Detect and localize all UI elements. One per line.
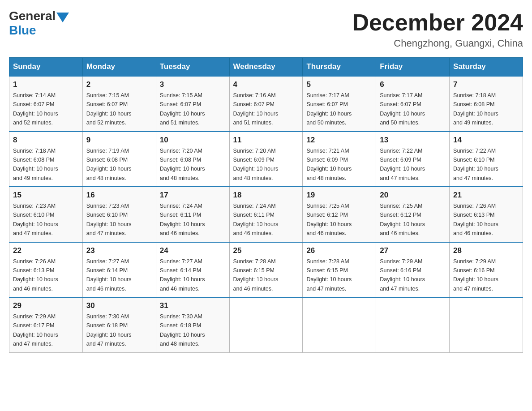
day-cell: 8 Sunrise: 7:18 AMSunset: 6:08 PMDayligh… [9,132,83,187]
day-cell: 12 Sunrise: 7:21 AMSunset: 6:09 PMDaylig… [303,132,376,187]
day-info: Sunrise: 7:23 AMSunset: 6:10 PMDaylight:… [86,203,132,236]
day-number: 27 [380,246,446,255]
week-row-5: 29 Sunrise: 7:29 AMSunset: 6:17 PMDaylig… [9,297,523,352]
day-info: Sunrise: 7:29 AMSunset: 6:17 PMDaylight:… [13,313,58,347]
day-cell: 7 Sunrise: 7:18 AMSunset: 6:08 PMDayligh… [450,76,523,132]
header-row: SundayMondayTuesdayWednesdayThursdayFrid… [9,58,523,77]
header-cell-thursday: Thursday [303,58,376,77]
day-info: Sunrise: 7:20 AMSunset: 6:08 PMDaylight:… [160,148,205,181]
day-number: 15 [13,191,79,200]
day-info: Sunrise: 7:28 AMSunset: 6:15 PMDaylight:… [306,258,352,292]
day-info: Sunrise: 7:22 AMSunset: 6:09 PMDaylight:… [380,148,425,181]
day-number: 3 [160,80,226,89]
day-info: Sunrise: 7:28 AMSunset: 6:15 PMDaylight:… [233,258,279,292]
location-title: Chengzhong, Guangxi, China [352,38,523,49]
day-number: 11 [233,136,299,145]
day-cell: 27 Sunrise: 7:29 AMSunset: 6:16 PMDaylig… [376,242,450,298]
day-info: Sunrise: 7:17 AMSunset: 6:07 PMDaylight:… [306,92,352,126]
day-cell: 22 Sunrise: 7:26 AMSunset: 6:13 PMDaylig… [9,242,83,298]
day-cell: 19 Sunrise: 7:25 AMSunset: 6:12 PMDaylig… [303,187,376,242]
day-number: 8 [13,136,79,145]
day-info: Sunrise: 7:30 AMSunset: 6:18 PMDaylight:… [160,313,205,347]
day-cell: 20 Sunrise: 7:25 AMSunset: 6:12 PMDaylig… [376,187,450,242]
day-number: 17 [160,191,226,200]
day-info: Sunrise: 7:24 AMSunset: 6:11 PMDaylight:… [233,203,279,236]
day-cell: 10 Sunrise: 7:20 AMSunset: 6:08 PMDaylig… [156,132,229,187]
day-info: Sunrise: 7:16 AMSunset: 6:07 PMDaylight:… [233,92,279,126]
day-info: Sunrise: 7:17 AMSunset: 6:07 PMDaylight:… [380,92,425,126]
day-info: Sunrise: 7:25 AMSunset: 6:12 PMDaylight:… [306,203,352,236]
page-header: General Blue December 2024 Chengzhong, G… [9,9,523,49]
day-info: Sunrise: 7:22 AMSunset: 6:10 PMDaylight:… [453,148,498,181]
day-cell: 29 Sunrise: 7:29 AMSunset: 6:17 PMDaylig… [9,297,83,352]
day-cell: 5 Sunrise: 7:17 AMSunset: 6:07 PMDayligh… [303,76,376,132]
day-info: Sunrise: 7:18 AMSunset: 6:08 PMDaylight:… [13,148,58,181]
day-cell: 2 Sunrise: 7:15 AMSunset: 6:07 PMDayligh… [82,76,156,132]
day-cell: 21 Sunrise: 7:26 AMSunset: 6:13 PMDaylig… [450,187,523,242]
day-cell: 3 Sunrise: 7:15 AMSunset: 6:07 PMDayligh… [156,76,229,132]
header-cell-friday: Friday [376,58,450,77]
day-cell: 30 Sunrise: 7:30 AMSunset: 6:18 PMDaylig… [82,297,156,352]
day-cell: 16 Sunrise: 7:23 AMSunset: 6:10 PMDaylig… [82,187,156,242]
header-cell-sunday: Sunday [9,58,83,77]
day-number: 28 [453,246,519,255]
day-cell [229,297,303,352]
logo-general: General [9,9,56,23]
day-info: Sunrise: 7:30 AMSunset: 6:18 PMDaylight:… [86,313,132,347]
day-info: Sunrise: 7:29 AMSunset: 6:16 PMDaylight:… [453,258,498,292]
day-number: 10 [160,136,226,145]
day-cell: 31 Sunrise: 7:30 AMSunset: 6:18 PMDaylig… [156,297,229,352]
day-cell: 11 Sunrise: 7:20 AMSunset: 6:09 PMDaylig… [229,132,303,187]
day-info: Sunrise: 7:15 AMSunset: 6:07 PMDaylight:… [160,92,205,126]
day-number: 19 [306,191,372,200]
day-number: 1 [13,80,79,89]
day-number: 30 [86,301,152,310]
day-info: Sunrise: 7:19 AMSunset: 6:08 PMDaylight:… [86,148,132,181]
header-cell-monday: Monday [82,58,156,77]
day-info: Sunrise: 7:25 AMSunset: 6:12 PMDaylight:… [380,203,425,236]
day-cell: 13 Sunrise: 7:22 AMSunset: 6:09 PMDaylig… [376,132,450,187]
week-row-2: 8 Sunrise: 7:18 AMSunset: 6:08 PMDayligh… [9,132,523,187]
day-cell: 25 Sunrise: 7:28 AMSunset: 6:15 PMDaylig… [229,242,303,298]
day-number: 6 [380,80,446,89]
day-info: Sunrise: 7:26 AMSunset: 6:13 PMDaylight:… [13,258,58,292]
day-cell: 15 Sunrise: 7:23 AMSunset: 6:10 PMDaylig… [9,187,83,242]
day-number: 29 [13,301,79,310]
day-info: Sunrise: 7:26 AMSunset: 6:13 PMDaylight:… [453,203,498,236]
day-number: 18 [233,191,299,200]
header-cell-wednesday: Wednesday [229,58,303,77]
calendar-table: SundayMondayTuesdayWednesdayThursdayFrid… [9,57,523,353]
day-number: 24 [160,246,226,255]
header-cell-saturday: Saturday [450,58,523,77]
week-row-3: 15 Sunrise: 7:23 AMSunset: 6:10 PMDaylig… [9,187,523,242]
day-cell: 6 Sunrise: 7:17 AMSunset: 6:07 PMDayligh… [376,76,450,132]
day-info: Sunrise: 7:21 AMSunset: 6:09 PMDaylight:… [306,148,352,181]
title-area: December 2024 Chengzhong, Guangxi, China [352,9,523,49]
day-info: Sunrise: 7:23 AMSunset: 6:10 PMDaylight:… [13,203,58,236]
day-info: Sunrise: 7:18 AMSunset: 6:08 PMDaylight:… [453,92,498,126]
logo-triangle-icon [56,13,69,22]
day-cell: 24 Sunrise: 7:27 AMSunset: 6:14 PMDaylig… [156,242,229,298]
day-cell: 14 Sunrise: 7:22 AMSunset: 6:10 PMDaylig… [450,132,523,187]
day-number: 22 [13,246,79,255]
day-info: Sunrise: 7:24 AMSunset: 6:11 PMDaylight:… [160,203,205,236]
day-cell [450,297,523,352]
week-row-4: 22 Sunrise: 7:26 AMSunset: 6:13 PMDaylig… [9,242,523,298]
day-cell [303,297,376,352]
day-cell: 18 Sunrise: 7:24 AMSunset: 6:11 PMDaylig… [229,187,303,242]
day-number: 23 [86,246,152,255]
day-number: 7 [453,80,519,89]
day-number: 2 [86,80,152,89]
day-info: Sunrise: 7:20 AMSunset: 6:09 PMDaylight:… [233,148,279,181]
month-title: December 2024 [352,9,523,36]
day-number: 13 [380,136,446,145]
day-info: Sunrise: 7:27 AMSunset: 6:14 PMDaylight:… [160,258,205,292]
day-number: 31 [160,301,226,310]
day-cell: 1 Sunrise: 7:14 AMSunset: 6:07 PMDayligh… [9,76,83,132]
day-number: 21 [453,191,519,200]
day-cell: 23 Sunrise: 7:27 AMSunset: 6:14 PMDaylig… [82,242,156,298]
day-info: Sunrise: 7:29 AMSunset: 6:16 PMDaylight:… [380,258,425,292]
day-cell [376,297,450,352]
day-number: 14 [453,136,519,145]
day-cell: 4 Sunrise: 7:16 AMSunset: 6:07 PMDayligh… [229,76,303,132]
